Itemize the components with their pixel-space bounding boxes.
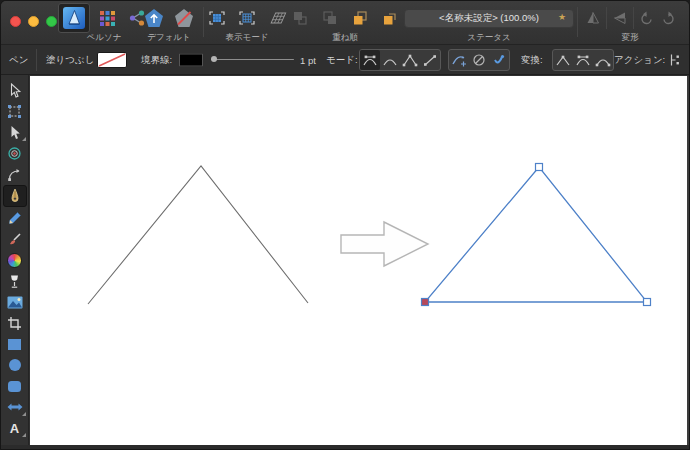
pixel-persona-icon: [99, 10, 116, 27]
fill-color-swatch[interactable]: [97, 52, 127, 68]
selected-triangle[interactable]: [425, 167, 647, 302]
rounded-rectangle-tool-icon: [7, 380, 22, 393]
stroke-label: 境界線:: [141, 53, 172, 66]
rotate-ccw-button[interactable]: [636, 4, 656, 32]
vector-view-button[interactable]: [204, 4, 230, 32]
corner-tool-icon: [7, 167, 22, 182]
place-image-tool-icon: [7, 296, 23, 309]
transparency-tool[interactable]: [3, 271, 27, 291]
vector-crop-tool-icon: [7, 316, 22, 331]
convert-smooth-icon: [595, 53, 611, 67]
star-icon[interactable]: ★: [558, 12, 566, 22]
stroke-width-value: 1 pt: [300, 54, 316, 65]
minimize-window-button[interactable]: [28, 16, 39, 27]
canvas-drawing: [30, 76, 689, 447]
rotate-ccw-icon: [639, 11, 654, 26]
view-mode-section-label: 表示モード: [226, 33, 269, 42]
vector-brush-tool[interactable]: [3, 229, 27, 249]
transparency-tool-icon: [7, 274, 22, 289]
flip-horizontal-button[interactable]: [609, 4, 631, 32]
convert-smart-icon: [575, 53, 591, 67]
open-path[interactable]: [88, 166, 308, 304]
corner-tool[interactable]: [3, 164, 27, 184]
stroke-color-swatch[interactable]: [179, 53, 203, 66]
pressure-mode-icon: [491, 53, 507, 67]
convert-smooth-button[interactable]: [593, 50, 613, 70]
artboard-tool[interactable]: [3, 101, 27, 121]
pixel-persona-button[interactable]: [94, 4, 120, 32]
polygon-mode-icon: [402, 53, 418, 67]
app-window: ペルソナ デフォルト: [0, 0, 690, 450]
transform-section-label: 変形: [622, 33, 639, 42]
vector-crop-tool[interactable]: [3, 313, 27, 333]
send-to-back-button[interactable]: [377, 4, 403, 32]
move-tool-icon: [8, 83, 22, 98]
pen-mode-button[interactable]: [360, 50, 380, 70]
triangle-node-0[interactable]: [536, 164, 543, 171]
rubber-band-mode-button[interactable]: [469, 50, 489, 70]
place-image-tool[interactable]: [3, 292, 27, 312]
point-transform-tool[interactable]: [3, 143, 27, 163]
defaults-section-label: デフォルト: [147, 33, 191, 42]
break-curve-action-button[interactable]: [664, 50, 684, 70]
pen-mode-group: [359, 49, 441, 71]
convert-sharp-icon: [555, 53, 571, 67]
bring-to-front-button[interactable]: [287, 4, 313, 32]
pencil-tool-icon: [7, 211, 22, 226]
rectangle-tool-icon: [7, 338, 22, 351]
view-mode-section: 表示モード: [207, 3, 287, 44]
action-label: アクション:: [614, 53, 665, 66]
line-mode-button[interactable]: [420, 50, 440, 70]
text-tool-icon: A: [10, 422, 19, 435]
convert-label: 変換:: [521, 53, 543, 66]
pressure-mode-button[interactable]: [489, 50, 509, 70]
pen-tool[interactable]: [3, 185, 27, 207]
toolbar-divider: [577, 7, 578, 37]
status-section-label: ステータス: [467, 33, 510, 42]
polygon-mode-button[interactable]: [400, 50, 420, 70]
add-to-curve-button[interactable]: [449, 50, 469, 70]
convert-smart-button[interactable]: [573, 50, 593, 70]
rectangle-tool[interactable]: [3, 334, 27, 354]
persona-section-label: ペルソナ: [87, 33, 122, 42]
mode-label: モード:: [326, 53, 358, 66]
slider-thumb[interactable]: [211, 56, 217, 62]
add-to-curve-icon: [451, 53, 467, 67]
fill-tool-icon: [7, 253, 22, 268]
node-tool[interactable]: [3, 122, 27, 142]
bring-to-front-icon: [292, 10, 308, 26]
move-backward-button[interactable]: [347, 4, 373, 32]
pixel-view-button[interactable]: [234, 4, 260, 32]
move-tool[interactable]: [3, 80, 27, 100]
flip-vertical-icon: [585, 10, 601, 26]
vector-view-icon: [208, 10, 226, 26]
close-window-button[interactable]: [10, 16, 21, 27]
text-tool[interactable]: A: [3, 418, 27, 438]
flip-horizontal-icon: [612, 10, 628, 26]
pencil-tool[interactable]: [3, 208, 27, 228]
synchronize-defaults-button[interactable]: [141, 4, 167, 32]
ellipse-tool[interactable]: [3, 355, 27, 375]
rounded-rectangle-tool[interactable]: [3, 376, 27, 396]
canvas[interactable]: [30, 76, 689, 447]
smart-mode-icon: [382, 53, 398, 67]
document-status-field[interactable]: <名称未設定> (100.0%) ★: [404, 9, 574, 28]
revert-defaults-button[interactable]: [171, 4, 197, 32]
arrow-tool[interactable]: [3, 397, 27, 417]
move-forward-button[interactable]: [317, 4, 343, 32]
pen-context-toolbar: ペン 塗りつぶし 境界線: 1 pt モード:: [1, 45, 689, 75]
pen-mode-icon: [362, 53, 378, 67]
revert-defaults-icon: [174, 8, 194, 28]
rotate-cw-button[interactable]: [658, 4, 678, 32]
convert-sharp-button[interactable]: [553, 50, 573, 70]
designer-persona-button[interactable]: [58, 3, 90, 33]
smart-mode-button[interactable]: [380, 50, 400, 70]
move-backward-icon: [352, 10, 368, 26]
triangle-node-1[interactable]: [422, 299, 429, 306]
arrange-section: 重ね順: [291, 3, 399, 44]
flip-vertical-button[interactable]: [582, 4, 604, 32]
window-edge-right: [687, 76, 689, 445]
triangle-node-2[interactable]: [644, 299, 651, 306]
stroke-width-slider[interactable]: [211, 53, 294, 67]
fill-tool[interactable]: [3, 250, 27, 270]
